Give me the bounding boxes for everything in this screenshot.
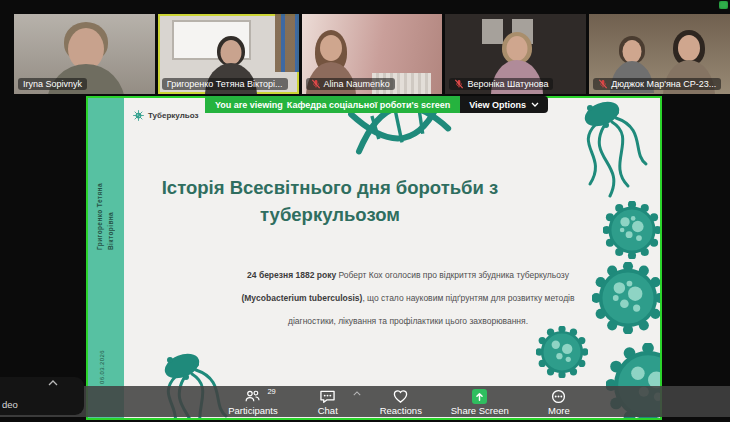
participant-name: Григоренко Тетяна Вікторі... [167,79,283,89]
share-screen-label: Share Screen [451,405,509,416]
chevron-up-icon[interactable] [48,380,58,386]
reactions-label: Reactions [380,405,422,416]
participant-name-tag: Iryna Sopivnyk [18,78,87,90]
virus-icon [603,201,661,259]
slide-title: Історія Всесвітнього дня боротьби зтубер… [98,174,562,228]
slide-date-vertical: 06.03.2026 [99,350,105,384]
video-strip: Iryna Sopivnyk Григоренко Тетяна Вікторі… [0,14,730,94]
viewing-banner-text: You are viewing Кафедра соціальної робот… [205,96,460,113]
screen-owner-name: Кафедра соціальної роботи's screen [287,100,450,110]
heart-icon [392,389,409,404]
participant-name-tag: Дюджок Мар'яна СР-23... [593,78,721,90]
participant-tile-iryna[interactable]: Iryna Sopivnyk [14,14,155,94]
chat-label: Chat [318,405,338,416]
participants-icon [244,389,261,404]
chevron-up-icon[interactable] [353,391,361,396]
chat-button[interactable]: Chat [305,389,351,416]
chevron-down-icon [531,102,539,107]
participant-name: Вероніка Шатунова [467,79,548,89]
shared-screen-slide: Григоренко ТетянаВікторівна 06.03.2026 Т… [86,96,662,420]
video-button-label-fragment: deo [2,399,18,410]
more-label: More [548,405,570,416]
chat-bubble-icon [319,389,336,404]
view-options-button[interactable]: View Options [460,96,548,113]
slide-body-text: 24 березня 1882 року Роберт Кох оголосив… [234,264,582,333]
more-button[interactable]: More [536,389,582,416]
zoom-meeting-window: Iryna Sopivnyk Григоренко Тетяна Вікторі… [0,0,750,422]
participant-tile-diudzhok[interactable]: Дюджок Мар'яна СР-23... [589,14,730,94]
bacteria-icon [566,98,656,198]
share-screen-arrow-icon [472,389,487,404]
meeting-app-area: Iryna Sopivnyk Григоренко Тетяна Вікторі… [0,0,730,422]
window-edge-whitespace [730,0,750,422]
viewing-prefix: You are viewing [215,100,283,110]
participant-tile-veronika[interactable]: Вероніка Шатунова [445,14,586,94]
slide-logo: Туберкульоз [133,110,198,121]
share-screen-button[interactable]: Share Screen [451,389,509,416]
participant-name-tag: Вероніка Шатунова [449,78,553,90]
mic-off-icon [454,79,464,89]
participant-tile-hryhorenko[interactable]: Григоренко Тетяна Вікторі... [158,14,299,94]
participant-name: Alina Naumenko [324,79,390,89]
participant-name: Дюджок Мар'яна СР-23... [611,79,716,89]
reactions-button[interactable]: Reactions [378,389,424,416]
slide-logo-label: Туберкульоз [148,111,198,120]
encryption-shield-icon[interactable] [719,1,728,9]
participants-label: Participants [228,405,278,416]
participant-tile-alina[interactable]: Alina Naumenko [302,14,443,94]
participant-name-tag: Григоренко Тетяна Вікторі... [162,78,288,90]
virus-icon [592,262,662,334]
participant-name-tag: Alina Naumenko [306,78,395,90]
meeting-toolbar: 29 Participants Chat [0,386,730,417]
virus-icon [536,326,588,378]
ellipsis-icon [550,389,567,404]
mic-off-icon [311,79,321,89]
bookshelf [275,14,299,72]
participant-name: Iryna Sopivnyk [23,79,82,89]
participants-count-badge: 29 [267,387,275,396]
mic-off-icon [598,79,608,89]
participants-button[interactable]: 29 Participants [228,389,278,416]
view-options-label: View Options [469,100,526,110]
virus-icon [133,110,144,121]
viewing-banner: You are viewing Кафедра соціальної робот… [205,96,548,113]
video-button-partial[interactable]: deo [0,377,84,415]
